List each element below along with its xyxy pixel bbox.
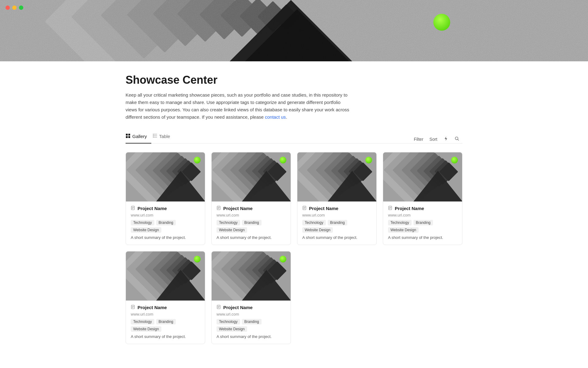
- svg-rect-15: [126, 134, 128, 136]
- document-icon: [388, 206, 392, 211]
- card-tags: TechnologyBrandingWebsite Design: [388, 220, 457, 233]
- traffic-lights: [6, 6, 23, 10]
- document-icon: [302, 206, 307, 211]
- hero-green-dot: [433, 14, 450, 31]
- card-body: Project Name www.url.com TechnologyBrand…: [297, 201, 376, 245]
- card-summary: A short summary of the project.: [302, 235, 371, 240]
- search-button[interactable]: [451, 135, 462, 143]
- tag: Website Design: [131, 326, 161, 332]
- gallery-card[interactable]: Project Name www.url.com TechnologyBrand…: [126, 251, 205, 344]
- tag: Branding: [413, 220, 433, 225]
- document-icon: [131, 206, 135, 211]
- svg-rect-38: [126, 152, 205, 201]
- card-title-row: Project Name: [302, 206, 371, 211]
- tag: Website Design: [131, 227, 161, 233]
- sort-button[interactable]: Sort: [426, 136, 440, 143]
- gallery-card[interactable]: Project Name www.url.com TechnologyBrand…: [297, 152, 377, 245]
- toolbar: Filter Sort: [411, 135, 462, 143]
- card-title-row: Project Name: [131, 206, 200, 211]
- card-body: Project Name www.url.com TechnologyBrand…: [383, 201, 462, 245]
- card-title: Project Name: [138, 206, 167, 211]
- lightning-button[interactable]: [440, 135, 451, 143]
- card-thumbnail: [126, 251, 205, 301]
- card-summary: A short summary of the project.: [131, 334, 200, 339]
- card-title-row: Project Name: [388, 206, 457, 211]
- gallery-icon: [126, 133, 130, 139]
- card-green-dot: [194, 256, 201, 263]
- card-tags: TechnologyBrandingWebsite Design: [302, 220, 371, 233]
- card-body: Project Name www.url.com TechnologyBrand…: [212, 201, 291, 245]
- card-summary: A short summary of the project.: [388, 235, 457, 240]
- card-thumbnail: [212, 152, 291, 201]
- card-url: www.url.com: [131, 312, 200, 316]
- minimize-button[interactable]: [12, 6, 17, 10]
- card-green-dot: [280, 256, 286, 263]
- card-title: Project Name: [309, 206, 338, 211]
- tag: Technology: [388, 220, 412, 225]
- tab-gallery[interactable]: Gallery: [126, 131, 151, 144]
- close-button[interactable]: [6, 6, 10, 10]
- hero-banner: [0, 0, 588, 61]
- maximize-button[interactable]: [19, 6, 23, 10]
- card-body: Project Name www.url.com TechnologyBrand…: [212, 301, 291, 344]
- tag: Branding: [242, 220, 262, 225]
- tag: Branding: [156, 220, 176, 225]
- tag: Website Design: [388, 227, 419, 233]
- gallery-card[interactable]: Project Name www.url.com TechnologyBrand…: [383, 152, 462, 245]
- card-summary: A short summary of the project.: [217, 235, 286, 240]
- card-tags: TechnologyBrandingWebsite Design: [217, 220, 286, 233]
- tag: Technology: [302, 220, 326, 225]
- card-body: Project Name www.url.com TechnologyBrand…: [126, 301, 205, 344]
- tag: Technology: [217, 319, 240, 324]
- card-url: www.url.com: [302, 213, 371, 217]
- svg-rect-106: [126, 251, 205, 301]
- card-thumbnail: [297, 152, 376, 201]
- main-content: Showcase Center Keep all your critical m…: [95, 61, 493, 344]
- card-thumbnail: [126, 152, 205, 201]
- tag: Technology: [131, 220, 154, 225]
- svg-point-24: [455, 137, 458, 140]
- svg-rect-89: [383, 152, 462, 201]
- card-green-dot: [365, 157, 372, 163]
- tag: Website Design: [302, 227, 333, 233]
- contact-us-link[interactable]: contact us: [265, 114, 286, 120]
- tag: Branding: [156, 319, 176, 324]
- svg-rect-22: [153, 134, 154, 138]
- card-title: Project Name: [138, 305, 167, 310]
- card-summary: A short summary of the project.: [217, 334, 286, 339]
- svg-marker-23: [445, 136, 447, 141]
- view-tabs: Gallery Table: [126, 131, 411, 143]
- tag: Technology: [217, 220, 240, 225]
- filter-button[interactable]: Filter: [411, 136, 426, 143]
- card-title-row: Project Name: [217, 305, 286, 310]
- card-green-dot: [451, 157, 458, 163]
- table-icon: [153, 133, 157, 139]
- gallery-card[interactable]: Project Name www.url.com TechnologyBrand…: [126, 152, 205, 245]
- card-tags: TechnologyBrandingWebsite Design: [131, 319, 200, 332]
- lightning-icon: [443, 136, 448, 142]
- card-green-dot: [280, 157, 286, 163]
- svg-rect-17: [126, 136, 128, 138]
- filter-label: Filter: [414, 137, 423, 142]
- card-tags: TechnologyBrandingWebsite Design: [217, 319, 286, 332]
- tab-table[interactable]: Table: [153, 131, 175, 144]
- document-icon: [131, 305, 135, 310]
- card-title-row: Project Name: [217, 206, 286, 211]
- tag: Branding: [328, 220, 347, 225]
- card-url: www.url.com: [131, 213, 200, 217]
- card-title-row: Project Name: [131, 305, 200, 310]
- gallery-grid: Project Name www.url.com TechnologyBrand…: [126, 152, 462, 344]
- svg-rect-123: [212, 251, 291, 301]
- card-url: www.url.com: [388, 213, 457, 217]
- page-description: Keep all your critical marketing showcas…: [126, 91, 352, 121]
- page-title: Showcase Center: [126, 74, 462, 86]
- gallery-card[interactable]: Project Name www.url.com TechnologyBrand…: [211, 251, 291, 344]
- svg-rect-18: [128, 136, 130, 138]
- card-summary: A short summary of the project.: [131, 235, 200, 240]
- document-icon: [217, 305, 221, 310]
- gallery-card[interactable]: Project Name www.url.com TechnologyBrand…: [211, 152, 291, 245]
- sort-label: Sort: [429, 137, 437, 142]
- tag: Website Design: [217, 326, 247, 332]
- svg-rect-16: [128, 134, 130, 136]
- card-thumbnail: [383, 152, 462, 201]
